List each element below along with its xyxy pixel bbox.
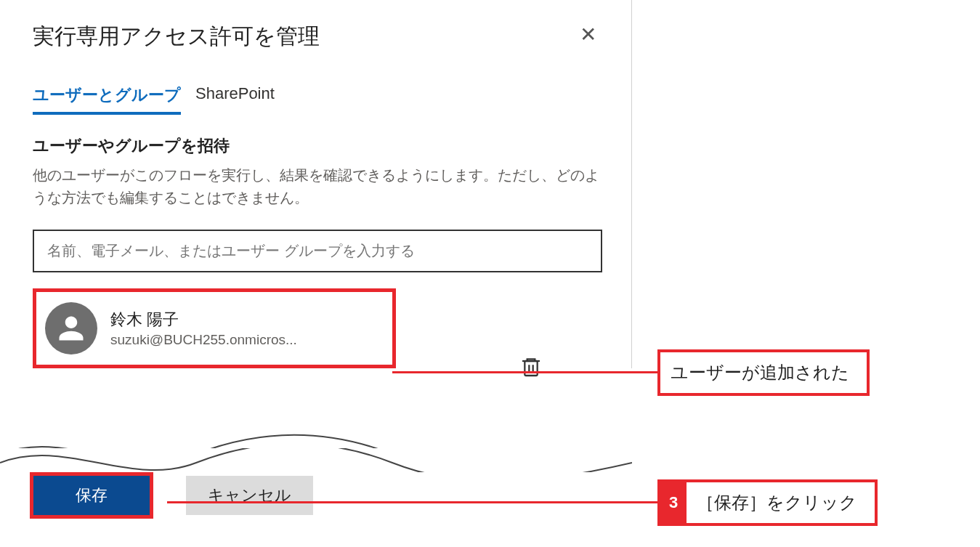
callout-connector: [167, 501, 658, 503]
user-entry: 鈴木 陽子 suzuki@BUCH255.onmicros...: [45, 302, 384, 354]
invite-input[interactable]: [33, 230, 602, 272]
cancel-button[interactable]: キャンセル: [186, 476, 313, 515]
user-name: 鈴木 陽子: [110, 309, 297, 331]
callout-text: ユーザーが追加された: [660, 352, 867, 393]
callout-click-save: 3 ［保存］をクリック: [657, 479, 878, 526]
user-entry-highlight: 鈴木 陽子 suzuki@BUCH255.onmicros...: [33, 288, 396, 368]
tab-sharepoint[interactable]: SharePoint: [195, 84, 275, 115]
manage-access-dialog: 実行専用アクセス許可を管理 ✕ ユーザーとグループ SharePoint ユーザ…: [4, 0, 632, 368]
callout-text: ［保存］をクリック: [687, 482, 875, 523]
save-button-highlight: 保存: [30, 472, 153, 519]
dialog-title: 実行専用アクセス許可を管理: [33, 22, 320, 52]
save-button[interactable]: 保存: [33, 476, 150, 515]
svg-rect-0: [525, 361, 537, 376]
delete-user-icon[interactable]: [519, 354, 543, 383]
callout-connector: [392, 371, 658, 373]
tab-bar: ユーザーとグループ SharePoint: [4, 84, 631, 115]
callout-step-number: 3: [660, 482, 687, 523]
invite-heading: ユーザーやグループを招待: [33, 135, 602, 157]
invite-section: ユーザーやグループを招待 他のユーザーがこのフローを実行し、結果を確認できるよう…: [4, 115, 631, 368]
invite-description: 他のユーザーがこのフローを実行し、結果を確認できるようにします。ただし、どのよう…: [33, 164, 602, 209]
tab-users-groups[interactable]: ユーザーとグループ: [33, 84, 181, 115]
user-email: suzuki@BUCH255.onmicros...: [110, 332, 297, 348]
user-text: 鈴木 陽子 suzuki@BUCH255.onmicros...: [110, 309, 297, 348]
page-break-top: [0, 425, 632, 469]
callout-user-added: ユーザーが追加された: [657, 349, 870, 396]
close-icon[interactable]: ✕: [574, 22, 602, 48]
avatar-icon: [45, 302, 97, 354]
dialog-header: 実行専用アクセス許可を管理 ✕: [4, 0, 631, 66]
